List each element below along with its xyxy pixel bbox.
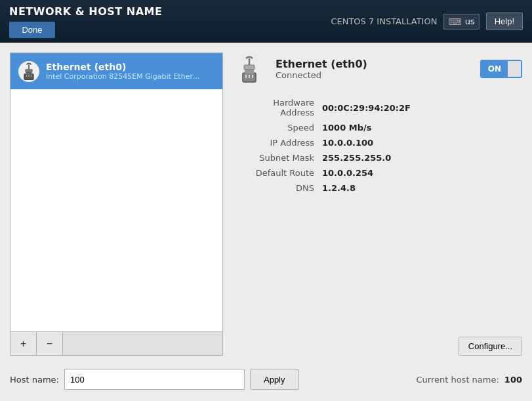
page-title: NETWORK & HOST NAME (9, 5, 162, 18)
header-left: NETWORK & HOST NAME Done (9, 5, 162, 38)
ethernet-icon (18, 60, 39, 83)
dns-label: DNS (233, 180, 318, 196)
apply-button[interactable]: Apply (250, 369, 299, 390)
device-header: Ethernet (eth0) Connected ON (233, 53, 522, 85)
help-button[interactable]: Help! (486, 12, 523, 30)
device-name: Ethernet (eth0) (276, 58, 470, 70)
keyboard-selector[interactable]: ⌨ us (443, 14, 479, 30)
svg-rect-9 (244, 65, 255, 70)
subnet-mask-value: 255.255.255.0 (318, 150, 522, 165)
speed-row: Speed 1000 Mb/s (233, 120, 522, 135)
list-controls: + − (10, 331, 222, 355)
hostname-input[interactable] (64, 369, 245, 390)
ethernet-list-item-icon (18, 61, 39, 82)
current-hostname-section: Current host name: 100 (416, 375, 522, 385)
device-detail-panel: Ethernet (eth0) Connected ON Hardware Ad… (233, 53, 522, 356)
subnet-mask-label: Subnet Mask (233, 150, 318, 165)
device-details-table: Hardware Address 00:0C:29:94:20:2F Speed… (233, 95, 522, 196)
default-route-row: Default Route 10.0.0.254 (233, 165, 522, 180)
ip-address-label: IP Address (233, 135, 318, 150)
subnet-mask-row: Subnet Mask 255.255.255.0 (233, 150, 522, 165)
header: NETWORK & HOST NAME Done CENTOS 7 INSTAL… (0, 0, 532, 43)
add-network-button[interactable]: + (10, 332, 37, 355)
toggle-switch[interactable]: ON (480, 60, 522, 78)
hostname-section: Host name: Apply (10, 369, 299, 390)
network-item-name: Ethernet (eth0) (46, 62, 215, 72)
speed-value: 1000 Mb/s (318, 120, 522, 135)
bottom-bar: Host name: Apply Current host name: 100 (10, 364, 522, 391)
network-item-desc: Intel Corporation 82545EM Gigabit Ethern… (46, 72, 203, 81)
speed-label: Speed (233, 120, 318, 135)
done-button[interactable]: Done (9, 22, 55, 38)
network-item-info: Ethernet (eth0) Intel Corporation 82545E… (46, 62, 215, 81)
keyboard-icon: ⌨ (448, 16, 461, 27)
hardware-address-row: Hardware Address 00:0C:29:94:20:2F (233, 95, 522, 120)
remove-network-button[interactable]: − (37, 332, 63, 355)
device-status: Connected (276, 70, 470, 80)
installation-subtitle: CENTOS 7 INSTALLATION (331, 16, 437, 26)
current-hostname-label: Current host name: (416, 375, 499, 385)
keyboard-value: us (465, 16, 475, 26)
hardware-address-label: Hardware Address (233, 95, 318, 120)
default-route-value: 10.0.0.254 (318, 165, 522, 180)
dns-value: 1.2.4.8 (318, 180, 522, 196)
main-content: Ethernet (eth0) Intel Corporation 82545E… (0, 43, 532, 401)
network-list-panel: Ethernet (eth0) Intel Corporation 82545E… (10, 53, 223, 356)
header-right: CENTOS 7 INSTALLATION ⌨ us Help! (331, 12, 523, 30)
configure-button[interactable]: Configure... (459, 337, 522, 356)
content-area: Ethernet (eth0) Intel Corporation 82545E… (10, 53, 522, 356)
toggle-off[interactable] (508, 61, 521, 77)
list-empty-area (10, 89, 222, 331)
device-ethernet-icon (234, 53, 265, 85)
svg-rect-2 (26, 69, 33, 72)
device-info: Ethernet (eth0) Connected (276, 58, 470, 80)
toggle-on[interactable]: ON (481, 61, 508, 77)
ip-address-row: IP Address 10.0.0.100 (233, 135, 522, 150)
hostname-label: Host name: (10, 375, 59, 385)
ethernet-list-item[interactable]: Ethernet (eth0) Intel Corporation 82545E… (10, 53, 222, 89)
current-hostname-value: 100 (504, 375, 522, 385)
ip-address-value: 10.0.0.100 (318, 135, 522, 150)
default-route-label: Default Route (233, 165, 318, 180)
dns-row: DNS 1.2.4.8 (233, 180, 522, 196)
device-icon-container (233, 53, 266, 85)
hardware-address-value: 00:0C:29:94:20:2F (318, 95, 522, 120)
